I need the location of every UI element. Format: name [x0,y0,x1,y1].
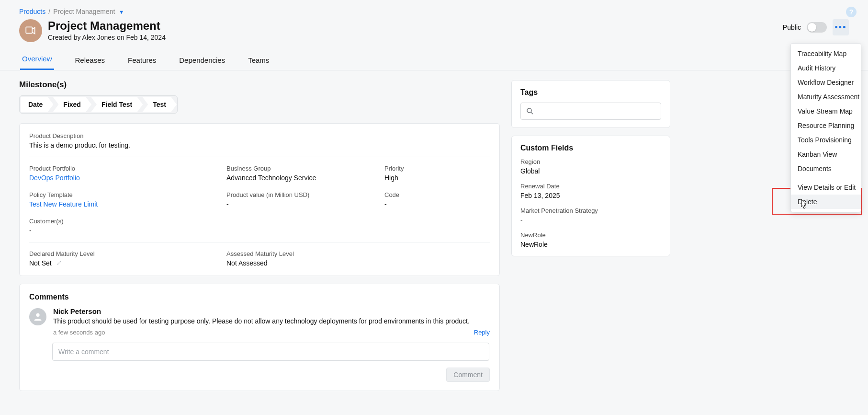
svg-point-1 [36,313,39,317]
menu-item-audit-history[interactable]: Audit History [791,61,861,75]
description-text: This is a demo product for testing. [29,141,490,149]
ellipsis-icon: ••• [835,23,847,33]
field-value-product-value: - [226,200,384,208]
field-value-code: - [384,200,480,208]
breadcrumb: Products / Project Management ▼ [0,0,868,15]
menu-item-value-stream-map[interactable]: Value Stream Map [791,104,861,118]
menu-item-workflow-designer[interactable]: Workflow Designer [791,75,861,90]
milestone-step[interactable]: Date [21,97,53,112]
menu-item-maturity-assessment[interactable]: Maturity Assessment [791,90,861,104]
field-value-portfolio[interactable]: DevOps Portfolio [29,174,226,182]
comment-author: Nick Peterson [53,307,490,315]
menu-item-resource-planning[interactable]: Resource Planning [791,118,861,133]
page-title: Project Management [48,19,166,33]
field-label-declared-maturity: Declared Maturity Level [29,250,226,257]
cf-value: NewRole [520,241,661,248]
more-actions-button[interactable]: ••• [833,19,849,35]
comment-input[interactable] [52,343,489,361]
breadcrumb-sep: / [48,8,50,15]
chevron-down-icon: ▼ [119,9,124,15]
tags-search-input[interactable] [538,107,656,115]
breadcrumb-current[interactable]: Project Management ▼ [53,8,124,15]
field-label-portfolio: Product Portfolio [29,165,226,172]
menu-item-delete[interactable]: Delete [791,195,861,209]
field-label-priority: Priority [384,165,480,172]
field-label-product-value: Product value (in Million USD) [226,191,384,198]
cf-label: NewRole [520,231,661,239]
comments-title: Comments [29,293,490,301]
menu-item-traceability-map[interactable]: Traceability Map [791,46,861,61]
comment-reply-link[interactable]: Reply [474,329,490,336]
declared-maturity-text: Not Set [29,259,52,267]
avatar [29,308,46,325]
breadcrumb-root[interactable]: Products [19,8,45,15]
field-label-code: Code [384,191,480,198]
tab-teams[interactable]: Teams [246,56,271,70]
more-actions-menu: Traceability Map Audit History Workflow … [790,43,861,212]
custom-fields-title: Custom Fields [520,144,661,152]
field-value-policy[interactable]: Test New Feature Limit [29,200,226,208]
field-value-declared-maturity[interactable]: Not Set [29,259,226,267]
field-value-assessed-maturity: Not Assessed [226,259,384,267]
svg-line-3 [531,112,533,114]
description-label: Product Description [29,132,490,139]
menu-item-kanban-view[interactable]: Kanban View [791,147,861,161]
tab-features[interactable]: Features [126,56,158,70]
field-label-assessed-maturity: Assessed Maturity Level [226,250,384,257]
tags-title: Tags [520,88,661,97]
svg-point-2 [527,108,531,113]
field-value-priority: High [384,174,480,182]
cf-value: Feb 13, 2025 [520,192,661,199]
tab-dependencies[interactable]: Dependencies [177,56,227,70]
breadcrumb-current-label: Project Management [53,8,115,15]
field-label-customers: Customer(s) [29,218,480,225]
milestone-steps: Date Fixed Field Test Test [19,95,178,114]
cf-label: Renewal Date [520,183,661,190]
public-label: Public [783,23,801,31]
search-icon [526,107,534,115]
svg-rect-0 [26,27,32,33]
milestone-step[interactable]: Fixed [53,97,91,112]
milestone-step[interactable]: Test [142,97,177,112]
menu-item-tools-provisioning[interactable]: Tools Provisioning [791,133,861,147]
comment-text: This product should be used for testing … [53,317,490,325]
cf-label: Market Penetration Strategy [520,207,661,214]
tab-overview[interactable]: Overview [20,55,54,70]
milestones-title: Milestone(s) [19,80,500,90]
page-subtitle: Created by Alex Jones on Feb 14, 2024 [48,34,166,41]
tags-search[interactable] [520,103,661,120]
field-label-business-group: Business Group [226,165,384,172]
field-value-customers: - [29,227,480,234]
milestone-step[interactable]: Field Test [91,97,143,112]
public-toggle[interactable] [807,22,827,33]
menu-item-documents[interactable]: Documents [791,161,861,176]
tab-releases[interactable]: Releases [73,56,107,70]
comment-submit-button[interactable]: Comment [446,368,490,382]
cf-value: Global [520,167,661,175]
menu-item-view-details-or-edit[interactable]: View Details or Edit [791,180,861,195]
cf-label: Region [520,158,661,165]
comment-time: a few seconds ago [53,329,105,336]
field-value-business-group: Advanced Technology Service [226,174,384,182]
pencil-icon[interactable] [56,259,62,267]
cf-value: - [520,216,661,224]
help-icon[interactable]: ? [846,7,857,17]
product-icon [19,19,42,42]
tabs: Overview Releases Features Dependencies … [0,46,868,70]
field-label-policy: Policy Template [29,191,226,198]
